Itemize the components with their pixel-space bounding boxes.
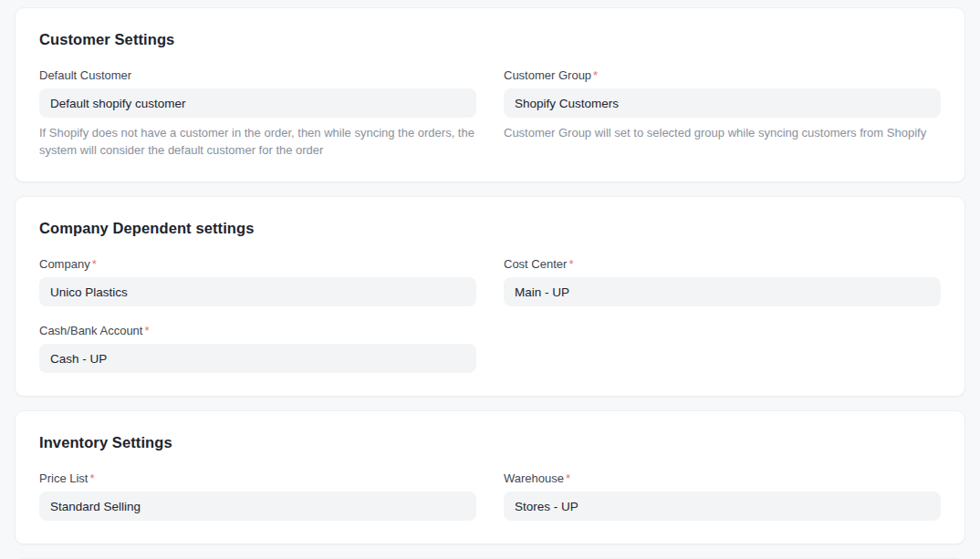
customer-group-help: Customer Group will set to selected grou…: [504, 124, 941, 141]
required-asterisk: *: [566, 471, 570, 485]
settings-page: Customer Settings Default Customer If Sh…: [0, 0, 980, 559]
required-asterisk: *: [89, 471, 94, 485]
field-price-list: Price List*: [39, 471, 476, 521]
cost-center-input[interactable]: [504, 277, 941, 306]
warehouse-label-text: Warehouse: [504, 471, 564, 485]
inventory-settings-title: Inventory Settings: [39, 434, 941, 450]
customer-group-label: Customer Group*: [504, 68, 941, 83]
default-customer-label: Default Customer: [39, 68, 476, 83]
company-input[interactable]: [39, 277, 476, 306]
price-list-label: Price List*: [39, 471, 476, 486]
field-warehouse: Warehouse*: [504, 471, 941, 521]
cash-bank-account-input[interactable]: [39, 344, 476, 373]
customer-group-label-text: Customer Group: [504, 68, 591, 82]
field-cash-bank-account: Cash/Bank Account*: [39, 324, 476, 373]
warehouse-input[interactable]: [504, 492, 941, 521]
price-list-label-text: Price List: [39, 471, 88, 485]
cash-bank-account-label-text: Cash/Bank Account: [39, 324, 142, 337]
required-asterisk: *: [92, 257, 97, 271]
company-label: Company*: [39, 257, 476, 272]
default-customer-label-text: Default Customer: [39, 68, 131, 82]
customer-group-input[interactable]: [504, 88, 941, 118]
company-settings-grid: Company* Cost Center* Cash/Bank Account*: [39, 257, 941, 373]
cash-bank-account-label: Cash/Bank Account*: [39, 324, 476, 338]
inventory-settings-grid: Price List* Warehouse*: [39, 471, 941, 521]
company-label-text: Company: [39, 257, 90, 271]
company-dependent-settings-title: Company Dependent settings: [39, 220, 941, 236]
customer-settings-title: Customer Settings: [39, 31, 941, 47]
inventory-settings-card: Inventory Settings Price List* Warehouse…: [15, 410, 965, 544]
field-cost-center: Cost Center*: [504, 257, 941, 306]
default-customer-input[interactable]: [39, 88, 476, 118]
cost-center-label: Cost Center*: [504, 257, 941, 272]
customer-settings-grid: Default Customer If Shopify does not hav…: [39, 68, 941, 159]
warehouse-label: Warehouse*: [504, 471, 941, 486]
field-company: Company*: [39, 257, 476, 306]
required-asterisk: *: [144, 324, 149, 337]
company-dependent-settings-card: Company Dependent settings Company* Cost…: [15, 196, 965, 397]
cost-center-label-text: Cost Center: [504, 257, 567, 271]
default-customer-help: If Shopify does not have a customer in t…: [39, 124, 476, 159]
price-list-input[interactable]: [39, 492, 476, 521]
customer-settings-card: Customer Settings Default Customer If Sh…: [15, 7, 965, 182]
required-asterisk: *: [593, 68, 598, 82]
required-asterisk: *: [568, 257, 573, 271]
field-default-customer: Default Customer If Shopify does not hav…: [39, 68, 476, 159]
field-customer-group: Customer Group* Customer Group will set …: [504, 68, 941, 159]
